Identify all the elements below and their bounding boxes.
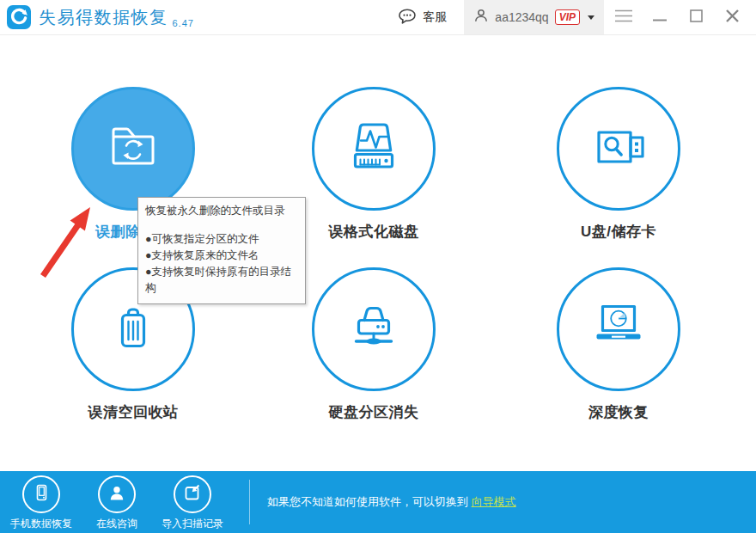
maximize-button[interactable]: [678, 0, 714, 34]
footer-bar: 手机数据恢复 在线咨询 导入扫描记录 如果您不知道如何使用: [0, 471, 756, 533]
tooltip-bullet: ●支持恢复原来的文件名: [145, 248, 298, 264]
minimize-button[interactable]: [642, 0, 678, 34]
feature-deep-recovery[interactable]: 深度恢复: [481, 267, 756, 448]
menu-button[interactable]: [606, 0, 642, 34]
feature-label: 误格式化磁盘: [329, 222, 419, 242]
feature-usb-storage-card-circle[interactable]: [557, 87, 680, 211]
phone-icon: [31, 482, 52, 506]
hard-drive-pulse-icon: [341, 114, 406, 183]
action-label: 手机数据恢复: [10, 517, 72, 531]
window-controls: [606, 0, 750, 34]
action-circle: [98, 475, 136, 513]
feature-label: 误清空回收站: [88, 402, 179, 422]
minimize-icon: [653, 9, 667, 25]
username: aa1234qq: [495, 10, 548, 24]
maximize-icon: [690, 9, 703, 26]
tooltip-bullet: ●支持恢复时保持原有的目录结构: [145, 264, 298, 297]
support-person-icon: [107, 482, 127, 506]
customer-service-label: 客服: [423, 9, 447, 25]
feature-deleted-files-circle[interactable]: [71, 87, 195, 211]
feature-label: 硬盘分区消失: [329, 402, 419, 422]
main-area: 误删除文件 误格式化磁盘: [0, 35, 756, 471]
chevron-down-icon: [588, 15, 594, 20]
trash-bin-icon: [101, 295, 166, 364]
app-version: 6.47: [173, 18, 194, 28]
app-logo-icon: [7, 5, 31, 29]
footer-hint-text: 如果您不知道如何使用软件，可以切换到: [267, 495, 472, 508]
feature-formatted-disk-circle[interactable]: [312, 87, 436, 211]
feature-label: U盘/储存卡: [581, 222, 656, 242]
hamburger-icon: [614, 9, 633, 26]
tooltip-bullet: ●可恢复指定分区的文件: [145, 231, 298, 248]
close-icon: [726, 9, 739, 26]
footer-hint: 如果您不知道如何使用软件，可以切换到 向导模式: [267, 494, 516, 510]
tooltip-title: 恢复被永久删除的文件或目录: [145, 204, 298, 218]
vip-badge: VIP: [555, 9, 580, 25]
close-button[interactable]: [714, 0, 750, 34]
chat-bubble-icon: [398, 8, 417, 28]
feature-deep-recovery-circle[interactable]: [557, 267, 680, 391]
customer-service-button[interactable]: 客服: [398, 8, 447, 28]
disk-partition-icon: [341, 295, 406, 364]
titlebar: 失易得数据恢复 6.47 客服 aa1234qq VIP: [0, 0, 756, 35]
feature-lost-partition-circle[interactable]: [312, 267, 436, 391]
user-icon: [473, 8, 489, 27]
action-phone-data-recovery[interactable]: 手机数据恢复: [3, 475, 79, 531]
footer-separator: [249, 480, 250, 524]
action-import-scan-records[interactable]: 导入扫描记录: [155, 475, 230, 531]
red-arrow-annotation: [34, 199, 103, 285]
feature-label: 深度恢复: [588, 402, 649, 422]
action-online-support[interactable]: 在线咨询: [79, 475, 155, 531]
recovery-mode-grid: 误删除文件 误格式化磁盘: [0, 35, 756, 448]
action-label: 在线咨询: [96, 517, 137, 531]
action-label: 导入扫描记录: [162, 517, 223, 531]
user-account-menu[interactable]: aa1234qq VIP: [464, 0, 604, 34]
usb-drive-icon: [586, 114, 651, 183]
action-circle: [174, 475, 211, 513]
feature-usb-storage-card[interactable]: U盘/储存卡: [481, 87, 756, 267]
laptop-recovery-icon: [586, 295, 651, 364]
import-scan-icon: [182, 482, 203, 506]
action-circle: [22, 475, 60, 513]
tooltip: 恢复被永久删除的文件或目录 ●可恢复指定分区的文件 ●支持恢复原来的文件名 ●支…: [137, 197, 306, 304]
folder-recycle-icon: [101, 114, 166, 183]
app-title: 失易得数据恢复: [39, 6, 168, 29]
wizard-mode-link[interactable]: 向导模式: [472, 495, 516, 508]
